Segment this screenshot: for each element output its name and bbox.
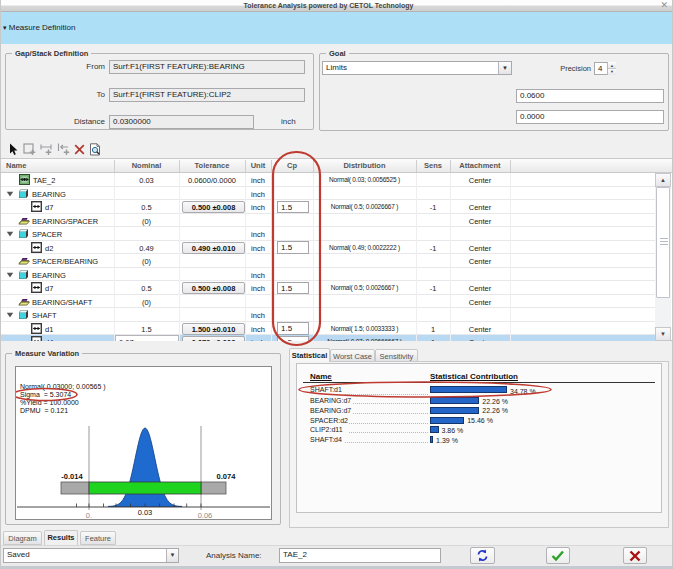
svg-text:0.03: 0.03 [138, 508, 153, 517]
svg-text:0.: 0. [86, 511, 92, 519]
svg-text:Sigma = 5.3074: Sigma = 5.3074 [20, 391, 71, 399]
svg-text:-0.014: -0.014 [61, 472, 83, 481]
svg-text:DPMU = 0.121: DPMU = 0.121 [20, 407, 68, 414]
svg-text:0.06: 0.06 [198, 511, 213, 519]
svg-text:0.074: 0.074 [217, 472, 237, 481]
